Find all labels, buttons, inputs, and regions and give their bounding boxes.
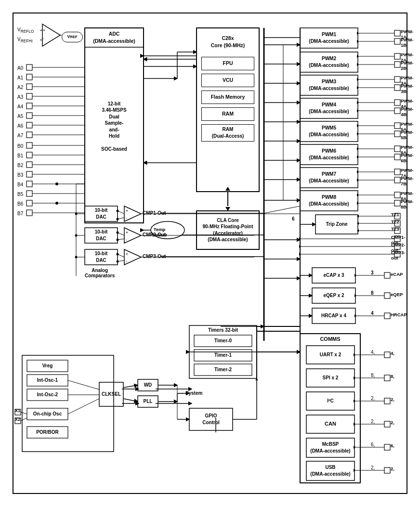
usb-label: USB(DMA-accessible) bbox=[306, 461, 354, 480]
svg-text:2,: 2, bbox=[371, 465, 375, 470]
onchiposc-label: On-chip Osc bbox=[27, 408, 68, 420]
pwm2-label: PWM2(DMA-accessible) bbox=[300, 52, 358, 72]
svg-rect-114 bbox=[394, 123, 400, 129]
cmp2-out-label: CMP2-Out bbox=[143, 232, 166, 237]
ecap-label: eCAP x 3 bbox=[312, 268, 355, 283]
pin-b4: B4 bbox=[17, 182, 23, 187]
svg-rect-223 bbox=[384, 375, 390, 381]
svg-text:-: - bbox=[126, 216, 127, 221]
i2c-pin: 2, bbox=[391, 397, 394, 402]
svg-text:3: 3 bbox=[371, 270, 374, 275]
svg-rect-48 bbox=[26, 171, 32, 177]
tz1-pin: TZ1 bbox=[391, 212, 399, 217]
svg-rect-90 bbox=[394, 30, 400, 36]
svg-marker-151 bbox=[124, 249, 141, 265]
svg-text:-: - bbox=[43, 36, 44, 41]
intosc2-label: Int-Osc-2 bbox=[27, 389, 68, 401]
pwm7b-pin: PWM-7B bbox=[401, 176, 413, 186]
svg-line-174 bbox=[118, 218, 124, 219]
svg-rect-132 bbox=[394, 192, 400, 198]
svg-point-69 bbox=[55, 182, 58, 185]
svg-text:-: - bbox=[126, 237, 127, 242]
pwm8b-pin: PWM-8B bbox=[401, 199, 413, 209]
svg-point-192 bbox=[75, 256, 78, 258]
timer1-label: Timer-1 bbox=[194, 350, 252, 361]
svg-rect-235 bbox=[384, 467, 390, 473]
svg-rect-50 bbox=[26, 191, 32, 196]
c28x-label: C28xCore (90-MHz) bbox=[197, 31, 259, 53]
svg-text:+: + bbox=[126, 252, 128, 257]
svg-text:6,: 6, bbox=[371, 442, 375, 447]
svg-rect-45 bbox=[26, 143, 32, 148]
dac2-label: 10-bitDAC bbox=[85, 228, 118, 243]
timer2-label: Timer-2 bbox=[194, 364, 252, 376]
svg-rect-206 bbox=[384, 313, 390, 319]
pwm6b-pin: PWM-6B bbox=[401, 153, 413, 163]
svg-rect-46 bbox=[26, 152, 32, 158]
pin-a0: A0 bbox=[17, 65, 23, 71]
svg-text:+: + bbox=[126, 230, 128, 235]
pwm3-label: PWM3(DMA-accessible) bbox=[300, 75, 358, 95]
svg-rect-220 bbox=[384, 352, 390, 358]
ram-dual-block: RAM(Dual-Access) bbox=[201, 124, 254, 142]
svg-line-247 bbox=[21, 418, 27, 421]
pin-b2: B2 bbox=[17, 163, 23, 168]
x2-pin: X2 bbox=[15, 417, 20, 422]
svg-marker-162 bbox=[299, 245, 301, 248]
svg-point-191 bbox=[75, 234, 78, 236]
uart-pin: 4, bbox=[391, 350, 394, 356]
mcbsp-pin: 6, bbox=[391, 443, 394, 448]
svg-rect-133 bbox=[394, 200, 400, 206]
pwm1-label: PWM1(DMA-accessible) bbox=[300, 28, 358, 48]
can-pin: 2, bbox=[391, 420, 394, 425]
pll-label: PLL bbox=[138, 396, 158, 407]
cla-label: CLA Core90-MHz Floating-Point(Accelerato… bbox=[197, 211, 259, 249]
pwm4-label: PWM4(DMA-accessible) bbox=[300, 98, 358, 118]
pin-a2: A2 bbox=[17, 85, 23, 90]
adc-spec: 12-bit3.46-MSPSDualSample-and-HoldSOC-ba… bbox=[85, 47, 144, 206]
ecap-pin: eCAP bbox=[391, 272, 403, 277]
svg-rect-121 bbox=[394, 154, 400, 160]
adc-header: ADC(DMA-accessible) bbox=[85, 28, 144, 47]
pin-a7: A7 bbox=[17, 133, 23, 138]
dac1-label: 10-bitDAC bbox=[85, 206, 118, 221]
can-label: CAN bbox=[306, 415, 354, 433]
svg-line-173 bbox=[118, 211, 124, 214]
svg-point-70 bbox=[55, 202, 58, 205]
fpu-block: FPU bbox=[201, 57, 254, 70]
pin-a1: A1 bbox=[17, 75, 23, 80]
svg-rect-102 bbox=[394, 77, 400, 82]
svg-rect-37 bbox=[26, 65, 32, 70]
svg-text:8,: 8, bbox=[371, 373, 375, 378]
hrcap-pin: HRCAP bbox=[391, 312, 407, 317]
svg-marker-163 bbox=[299, 253, 301, 256]
svg-rect-127 bbox=[394, 177, 400, 183]
uart-label: UART x 2 bbox=[306, 346, 354, 364]
svg-marker-161 bbox=[299, 237, 301, 240]
tz2-pin: TZ2 bbox=[391, 219, 399, 224]
svg-rect-42 bbox=[26, 113, 32, 118]
svg-line-182 bbox=[118, 260, 124, 261]
svg-text:4,: 4, bbox=[371, 350, 375, 355]
svg-text:+: + bbox=[126, 208, 128, 213]
svg-rect-38 bbox=[26, 74, 32, 80]
analog-comparators-label: AnalogComparators bbox=[85, 268, 115, 278]
cmp1-out-label: CMP1-Out bbox=[143, 210, 166, 216]
svg-marker-31 bbox=[42, 24, 60, 46]
vrefhi-label: VREFHI bbox=[17, 37, 33, 43]
svg-rect-40 bbox=[26, 93, 32, 99]
svg-rect-108 bbox=[394, 100, 400, 105]
pin-b0: B0 bbox=[17, 143, 23, 149]
svg-line-251 bbox=[68, 399, 99, 414]
svg-line-178 bbox=[118, 239, 124, 240]
x1-pin: X1 bbox=[15, 408, 20, 413]
svg-text:2,: 2, bbox=[371, 419, 375, 424]
svg-rect-103 bbox=[394, 85, 400, 91]
vreg-label: Vreg bbox=[27, 360, 68, 372]
tz3-pin: TZ3 bbox=[391, 226, 399, 232]
svg-marker-150 bbox=[124, 228, 141, 243]
pin-a3: A3 bbox=[17, 94, 23, 100]
pwm5b-pin: PWM-5B bbox=[401, 130, 413, 140]
svg-rect-49 bbox=[26, 181, 32, 187]
vcu-block: VCU bbox=[201, 74, 254, 87]
